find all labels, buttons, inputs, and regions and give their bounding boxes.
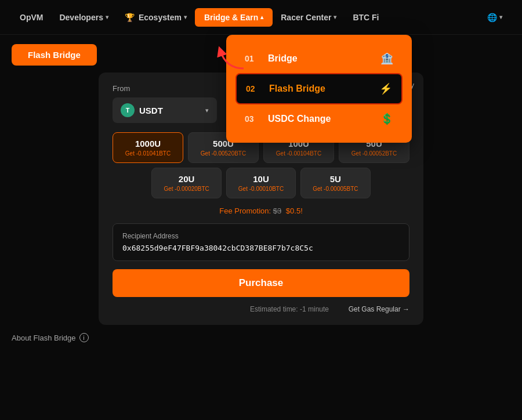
- arrow-indicator: [215, 39, 249, 77]
- amount-card-1000[interactable]: 1000U Get -0.01041BTC: [113, 132, 183, 163]
- token-selector[interactable]: T USDT ▾: [113, 97, 217, 123]
- amount-card-20[interactable]: 20U Get -0.00020BTC: [151, 168, 221, 198]
- amount-get: Get -0.00010BTC: [238, 186, 284, 192]
- globe-icon: 🌐: [487, 13, 497, 22]
- chevron-down-icon: ▾: [106, 14, 108, 20]
- fee-old: $3: [273, 207, 281, 215]
- amount-value: 1000U: [118, 139, 178, 149]
- trophy-icon: 🏆: [125, 13, 135, 22]
- amount-card-10[interactable]: 10U Get -0.00010BTC: [226, 168, 296, 198]
- amount-card-5[interactable]: 5U Get -0.00005BTC: [300, 168, 370, 198]
- token-icon: T: [121, 103, 135, 117]
- amount-value: 5U: [313, 174, 358, 184]
- about-section: About Flash Bridge i: [12, 333, 510, 342]
- recipient-address: 0x68255d9eF47FBF9a38042cbCD387BE8F7b7c8C…: [122, 244, 400, 252]
- dropdown-num-02: 02: [246, 84, 260, 93]
- nav-opvm[interactable]: OpVM: [12, 8, 51, 27]
- fee-promotion: Fee Promotion: $3 $0.5!: [113, 207, 409, 215]
- nav-racer-center[interactable]: Racer Center ▾: [273, 8, 345, 27]
- about-flash-bridge-text: About Flash Bridge: [12, 334, 76, 342]
- chevron-down-icon: ▾: [184, 14, 187, 20]
- amount-get: Get -0.00104BTC: [269, 150, 329, 157]
- recipient-label: Recipient Address: [122, 232, 400, 240]
- dropdown-item-flash-bridge[interactable]: 02 Flash Bridge ⚡: [235, 73, 403, 104]
- chevron-up-icon: ▴: [260, 14, 263, 20]
- amount-get: Get -0.00020BTC: [164, 186, 209, 192]
- purchase-button[interactable]: Purchase: [113, 269, 409, 297]
- amount-get: Get -0.00520BTC: [193, 150, 253, 157]
- footer-row: Estimated time: -1 minute Get Gas Regula…: [113, 305, 409, 313]
- dropdown-label-flash-bridge: Flash Bridge: [269, 84, 370, 94]
- chevron-down-icon: ▾: [499, 14, 502, 20]
- navbar: OpVM Developers ▾ 🏆 Ecosystem ▾ Bridge &…: [0, 0, 522, 35]
- bridge-earn-dropdown: 01 Bridge 🏦 02 Flash Bridge ⚡ 03 USDC Ch…: [226, 35, 412, 143]
- amount-get: Get -0.01041BTC: [118, 150, 178, 157]
- dropdown-item-bridge[interactable]: 01 Bridge 🏦: [235, 44, 403, 73]
- nav-developers[interactable]: Developers ▾: [51, 8, 116, 27]
- usdc-icon: 💲: [380, 113, 393, 125]
- bridge-icon: 🏦: [380, 52, 393, 65]
- dropdown-label-usdc-change: USDC Change: [268, 114, 371, 124]
- gas-link[interactable]: Get Gas Regular →: [349, 305, 409, 313]
- recipient-box[interactable]: Recipient Address 0x68255d9eF47FBF9a3804…: [113, 223, 409, 261]
- flash-icon: ⚡: [379, 82, 392, 95]
- chevron-down-icon: ▾: [334, 14, 336, 20]
- dropdown-label-bridge: Bridge: [268, 53, 371, 64]
- nav-btc-fi[interactable]: BTC Fi: [345, 8, 387, 27]
- nav-bridge-earn[interactable]: Bridge & Earn ▴: [195, 8, 273, 27]
- dropdown-item-usdc-change[interactable]: 03 USDC Change 💲: [235, 104, 403, 133]
- token-name: USDT: [139, 106, 163, 115]
- nav-globe[interactable]: 🌐 ▾: [479, 8, 510, 27]
- amount-get: Get -0.00052BTC: [344, 150, 404, 157]
- fee-new: $0.5!: [286, 207, 303, 215]
- amount-value: 20U: [164, 174, 209, 184]
- info-icon[interactable]: i: [79, 333, 89, 342]
- amount-grid-2: 20U Get -0.00020BTC 10U Get -0.00010BTC …: [113, 168, 409, 198]
- dropdown-num-03: 03: [245, 114, 259, 124]
- amount-value: 10U: [238, 174, 284, 184]
- flash-bridge-button[interactable]: Flash Bridge: [12, 44, 97, 66]
- estimated-time: Estimated time: -1 minute: [230, 305, 348, 313]
- nav-ecosystem[interactable]: 🏆 Ecosystem ▾: [117, 8, 195, 27]
- amount-get: Get -0.00005BTC: [313, 186, 358, 192]
- token-chevron-icon: ▾: [205, 107, 209, 114]
